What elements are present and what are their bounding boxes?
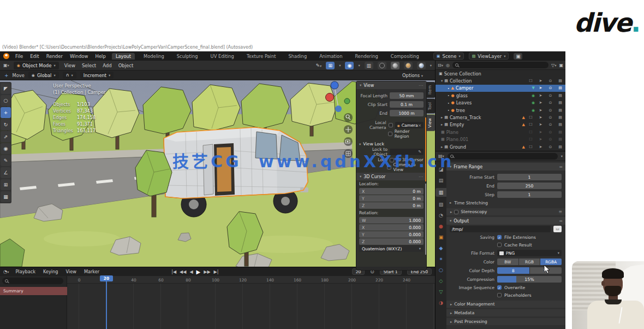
editor-type-icon[interactable]: ▣▾ bbox=[3, 63, 9, 68]
tab-tool[interactable]: ◪ bbox=[436, 166, 446, 173]
measure-tool[interactable]: ∠ bbox=[1, 167, 11, 178]
gizmo-neg-z-axis[interactable] bbox=[335, 105, 342, 112]
3d-cursor-panel-header[interactable]: ▾3D Cursor⋯ bbox=[356, 173, 426, 180]
shading-rendered-icon[interactable] bbox=[417, 62, 426, 69]
outliner-row-camera-track[interactable]: ▸▤Camera_Track▲☐➤⊙▤ bbox=[436, 114, 565, 121]
play-button[interactable]: ▶ bbox=[196, 269, 201, 275]
hide-icon[interactable]: ⊙ bbox=[546, 79, 554, 83]
workspace-tab-rendering[interactable]: Rendering bbox=[351, 53, 381, 60]
tab-world[interactable]: ● bbox=[436, 223, 446, 230]
rotation-mode-dropdown[interactable]: Quaternion (WXYZ)▾ bbox=[359, 245, 424, 252]
properties-search-input[interactable] bbox=[448, 153, 558, 160]
frame-step-field[interactable]: 1 bbox=[497, 191, 562, 198]
blender-logo-icon[interactable] bbox=[3, 53, 9, 59]
move-tool[interactable]: + bbox=[1, 107, 11, 118]
vp-menu-add[interactable]: Add bbox=[102, 63, 112, 68]
cache-result-checkbox[interactable] bbox=[497, 243, 502, 247]
render-region-checkbox[interactable] bbox=[388, 132, 392, 136]
filter-icon[interactable]: ▽▾ bbox=[551, 63, 556, 68]
add-cube-tool[interactable]: ⊞ bbox=[1, 179, 11, 190]
jump-start-button[interactable]: |◀ bbox=[171, 269, 176, 274]
post-processing-panel-header[interactable]: ▸Post Processing bbox=[446, 318, 565, 325]
outliner-display-icon[interactable]: ◎ bbox=[446, 63, 450, 68]
menu-render[interactable]: Render bbox=[45, 54, 64, 59]
menu-edit[interactable]: Edit bbox=[29, 54, 40, 59]
outliner-options-icon[interactable]: ▣ bbox=[559, 63, 563, 68]
cursor-rot-z[interactable]: Z0.000 bbox=[359, 238, 424, 245]
local-camera-field[interactable]: ◉Camera× bbox=[395, 122, 424, 128]
playhead-flag[interactable]: 20 bbox=[100, 275, 113, 281]
selectable-icon[interactable]: ➤ bbox=[536, 79, 545, 83]
view-panel-header[interactable]: ▾View⋯ bbox=[356, 81, 426, 89]
outliner-row-glass[interactable]: •●glass◉➤⊙▤ bbox=[436, 92, 565, 99]
workspace-tab-sculpting[interactable]: Sculpting bbox=[173, 53, 202, 60]
stereoscopy-panel-header[interactable]: ▸Stereoscopy≡ bbox=[446, 208, 565, 215]
vp-menu-select[interactable]: Select bbox=[81, 63, 97, 68]
menu-file[interactable]: File bbox=[14, 54, 24, 59]
outliner-row-plane-001[interactable]: ▦Plane.001☐➤⊙▤ bbox=[436, 136, 565, 143]
play-reverse-button[interactable]: ◀ bbox=[189, 269, 193, 274]
camera-view-button[interactable] bbox=[344, 137, 353, 146]
eyedropper-icon[interactable]: ✎ bbox=[418, 150, 421, 154]
workspace-tab-animation[interactable]: Animation bbox=[315, 53, 346, 60]
frame-end-field[interactable]: 250 bbox=[497, 183, 562, 189]
timeline-editor-icon[interactable]: ◔▾ bbox=[3, 269, 9, 274]
frame-start-field[interactable]: 1 bbox=[497, 174, 562, 180]
time-stretching-header[interactable]: Time Stretching bbox=[454, 201, 488, 205]
timeline-menu-view[interactable]: View bbox=[64, 269, 77, 274]
vp-menu-view[interactable]: View bbox=[63, 63, 76, 68]
n-tab-item[interactable]: Item bbox=[427, 82, 435, 98]
tab-object[interactable]: ▣ bbox=[436, 234, 446, 240]
camera-to-view-checkbox[interactable] bbox=[387, 165, 391, 169]
prev-keyframe-button[interactable]: ◀◀ bbox=[180, 269, 186, 274]
cursor-rot-w[interactable]: W1.000 bbox=[359, 217, 424, 224]
color-bw-button[interactable]: BW bbox=[497, 258, 518, 265]
render-visibility-icon[interactable]: ▤ bbox=[556, 86, 564, 90]
scene-selector[interactable]: ▣Scene▾ bbox=[433, 52, 464, 60]
cursor-loc-z[interactable]: Z0 m bbox=[359, 202, 424, 209]
to-3d-cursor-checkbox[interactable] bbox=[390, 158, 394, 162]
n-panel-scrollbar[interactable] bbox=[425, 184, 426, 255]
n-panel-scrollbar-accent[interactable] bbox=[425, 118, 426, 181]
summary-channel[interactable]: Summary bbox=[0, 287, 67, 295]
outliner-row-tree[interactable]: •●tree◉➤⊙▤ bbox=[436, 107, 565, 114]
vp-menu-object[interactable]: Object bbox=[117, 63, 135, 68]
options-dropdown[interactable]: Options ▾ bbox=[402, 73, 423, 78]
properties-editor-icon[interactable]: ▤▾ bbox=[438, 154, 444, 158]
timeline-menu-playback[interactable]: Playback bbox=[14, 269, 37, 274]
outliner-row-empty[interactable]: ▸▤Empty▲☐➤⊙▤ bbox=[436, 121, 565, 128]
properties-options-icon[interactable]: ▾ bbox=[561, 154, 563, 158]
tab-view-layer[interactable]: ▧ bbox=[436, 201, 446, 208]
transform-tool[interactable]: ◉ bbox=[1, 143, 11, 154]
workspace-tab-compositing[interactable]: Compositing bbox=[387, 53, 423, 60]
new-view-layer-button[interactable]: ▣ bbox=[514, 53, 522, 60]
lock-to-object-field[interactable]: ✎ bbox=[390, 149, 424, 155]
outliner-row-leaves[interactable]: •●Leaves◉➤⊙▤ bbox=[436, 99, 565, 107]
hide-icon[interactable]: ⊙ bbox=[546, 86, 554, 90]
scale-tool[interactable]: ⇗ bbox=[1, 131, 11, 142]
workspace-tab-shading[interactable]: Shading bbox=[284, 53, 311, 60]
rotate-tool[interactable]: ↻ bbox=[1, 119, 11, 130]
channel-search-input[interactable] bbox=[2, 278, 63, 284]
tab-render[interactable]: ▤ bbox=[436, 177, 446, 184]
select-circle-tool[interactable]: ○ bbox=[1, 95, 11, 106]
menu-window[interactable]: Window bbox=[69, 54, 90, 59]
timeline-menu-keying[interactable]: Keying bbox=[42, 269, 59, 274]
compression-slider[interactable]: 15% bbox=[497, 276, 562, 283]
clip-start-field[interactable]: 0.1 m bbox=[390, 101, 424, 108]
gizmo-z-axis[interactable] bbox=[331, 81, 338, 89]
view-layer-selector[interactable]: ▧ViewLayer▾ bbox=[469, 52, 509, 60]
clip-end-field[interactable]: 1000 m bbox=[390, 110, 424, 116]
tab-material[interactable]: ◑ bbox=[436, 299, 446, 306]
snap-toggle[interactable]: ∩▾ bbox=[63, 72, 76, 79]
exclude-checkbox[interactable]: ☐ bbox=[527, 79, 535, 83]
menu-help[interactable]: Help bbox=[94, 54, 106, 59]
outliner-row-camper[interactable]: •▲Camper▼➤⊙▤ bbox=[436, 85, 565, 92]
selectable-icon[interactable]: ➤ bbox=[536, 86, 545, 90]
outliner-row-scene-collection[interactable]: ▣Scene Collection bbox=[436, 70, 565, 77]
shading-solid-icon[interactable] bbox=[391, 62, 399, 69]
orientation-dropdown[interactable]: ◉Global▾ bbox=[28, 72, 59, 79]
metadata-panel-header[interactable]: ▸Metadata bbox=[446, 309, 565, 316]
overwrite-checkbox[interactable]: ✓ bbox=[497, 285, 502, 290]
extra-tool[interactable]: ▦ bbox=[1, 191, 11, 202]
